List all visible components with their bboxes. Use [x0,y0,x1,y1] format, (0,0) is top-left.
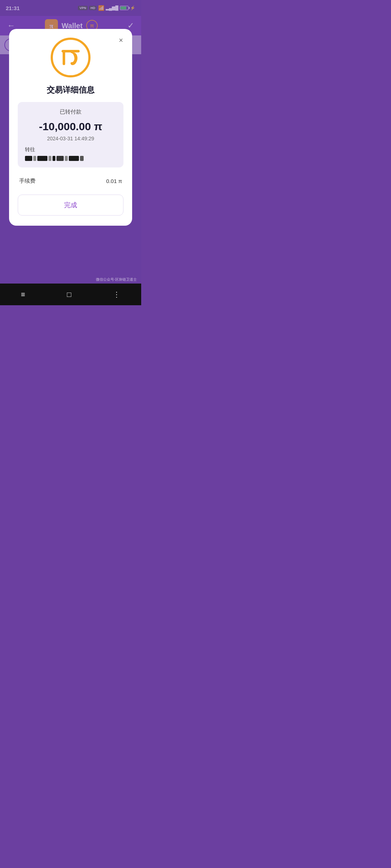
watermark: 微信公众号·区块链卫道士 [96,277,137,282]
fee-value: 0.01 π [106,178,122,184]
menu-icon[interactable]: ≡ [21,290,25,299]
addr-block-6 [56,156,64,161]
complete-button[interactable]: 完成 [18,195,123,216]
modal-overlay: × 交易详细信息 已转付款 -10,000.00 π 2024-03-3 [0,0,141,284]
fee-label: 手续费 [19,178,35,184]
share-icon[interactable]: ⋮ [113,290,120,299]
tx-address [25,156,116,161]
addr-block-8 [69,156,79,161]
addr-block-2 [33,156,36,161]
transaction-modal: × 交易详细信息 已转付款 -10,000.00 π 2024-03-3 [9,29,132,226]
tx-status: 已转付款 [25,109,116,115]
close-button[interactable]: × [115,35,126,46]
tx-amount: -10,000.00 π [25,120,116,133]
transaction-card: 已转付款 -10,000.00 π 2024-03-31 14:49:29 转往 [18,102,123,167]
svg-rect-3 [63,50,65,65]
pi-circle-icon [51,38,91,77]
pi-logo-large [18,38,123,77]
addr-block-7 [65,156,68,161]
bottom-nav: ≡ □ ⋮ [0,284,141,305]
addr-block-4 [49,156,51,161]
home-icon[interactable]: □ [67,290,71,299]
addr-block-5 [52,156,55,161]
pi-svg-icon [58,45,83,70]
tx-to-label: 转往 [25,146,116,153]
tx-date: 2024-03-31 14:49:29 [25,136,116,141]
addr-block-1 [25,156,32,161]
addr-block-3 [37,156,47,161]
addr-block-9 [80,156,84,161]
fee-row: 手续费 0.01 π [18,173,123,189]
modal-title: 交易详细信息 [18,85,123,95]
